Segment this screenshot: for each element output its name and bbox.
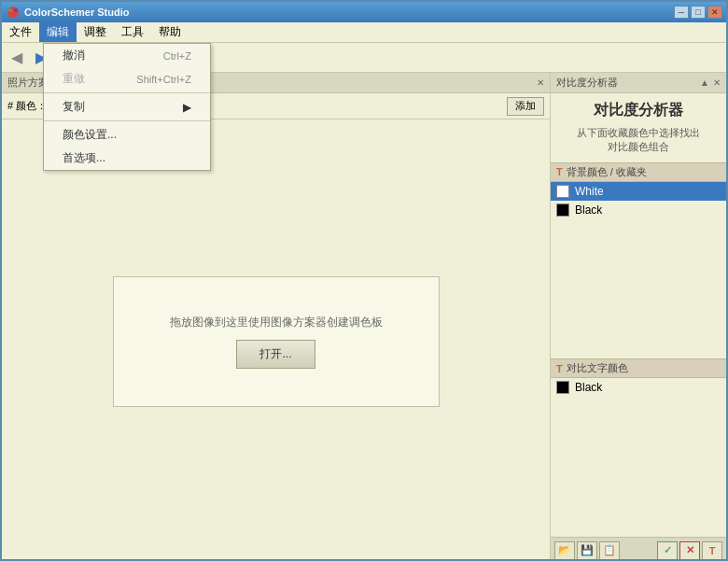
redo-label: 重做 <box>63 71 85 87</box>
color-settings-label: 颜色设置... <box>63 127 117 143</box>
window-controls: ─ □ ✕ <box>674 6 722 19</box>
right-panel-spacer <box>551 219 726 359</box>
analyzer-title: 对比度分析器 <box>551 93 726 124</box>
menu-copy[interactable]: 复制 ▶ <box>44 95 210 119</box>
confirm-button[interactable]: ✓ <box>657 541 678 560</box>
reject-button[interactable]: ✕ <box>679 541 700 560</box>
right-panel-expand-icon[interactable]: ▲ <box>700 77 709 88</box>
preferences-label: 首选项... <box>63 150 105 166</box>
drop-hint-box: 拖放图像到这里使用图像方案器创建调色板 打开... <box>113 276 440 407</box>
right-panel-header-title: 对比度分析器 <box>556 76 618 90</box>
title-bar: ColorSchemer Studio ─ □ ✕ <box>2 2 726 22</box>
undo-shortcut: Ctrl+Z <box>163 50 191 62</box>
svg-point-2 <box>14 8 18 12</box>
undo-label: 撤消 <box>63 48 85 63</box>
menu-bar: 文件 编辑 调整 工具 帮助 撤消 Ctrl+Z 重做 Shift+Ctrl+Z… <box>2 22 726 43</box>
right-panel-close-icon[interactable]: ✕ <box>713 77 721 88</box>
copy-icon: 📋 <box>603 544 616 556</box>
right-panel-header: 对比度分析器 ▲ ✕ <box>551 73 726 93</box>
drop-hint-text: 拖放图像到这里使用图像方案器创建调色板 <box>170 315 383 330</box>
save-button[interactable]: 💾 <box>577 541 597 560</box>
right-bottom-toolbar: 📂 💾 📋 ✓ ✕ T <box>551 537 726 561</box>
menu-edit[interactable]: 编辑 <box>39 22 77 42</box>
menu-color-settings[interactable]: 颜色设置... <box>44 123 210 147</box>
menu-tools[interactable]: 工具 <box>114 22 151 42</box>
text-section-t-icon: T <box>556 363 563 374</box>
separator-2 <box>44 120 210 121</box>
menu-help[interactable]: 帮助 <box>151 22 189 42</box>
maximize-button[interactable]: □ <box>691 6 706 19</box>
color-row-text-black[interactable]: Black <box>551 378 726 397</box>
separator-1 <box>44 92 210 93</box>
folder-button[interactable]: 📂 <box>554 541 575 560</box>
svg-point-0 <box>7 7 19 18</box>
white-color-label: White <box>575 185 604 198</box>
text-black-swatch <box>556 381 569 394</box>
text-format-button[interactable]: T <box>702 541 722 560</box>
color-row-white[interactable]: White <box>551 182 726 201</box>
bg-colors-section-header: T 背景颜色 / 收藏夹 <box>551 162 726 182</box>
menu-redo[interactable]: 重做 Shift+Ctrl+Z <box>44 67 210 91</box>
menu-adjust[interactable]: 调整 <box>77 22 114 42</box>
text-colors-section-header: T 对比文字颜色 <box>551 358 726 378</box>
minimize-button[interactable]: ─ <box>674 6 689 19</box>
add-color-button[interactable]: 添加 <box>507 97 544 116</box>
color-count-label: # 颜色： <box>7 99 47 113</box>
right-panel-spacer2 <box>551 397 726 537</box>
color-row-black[interactable]: Black <box>551 201 726 219</box>
redo-shortcut: Shift+Ctrl+Z <box>136 74 191 85</box>
back-arrow-icon: ◀ <box>11 49 22 66</box>
folder-icon: 📂 <box>558 544 571 556</box>
white-color-swatch <box>556 185 569 198</box>
app-title: ColorSchemer Studio <box>24 7 674 18</box>
black-color-swatch <box>556 203 569 217</box>
save-icon: 💾 <box>581 544 594 556</box>
edit-dropdown-menu: 撤消 Ctrl+Z 重做 Shift+Ctrl+Z 复制 ▶ 颜色设置... 首… <box>43 43 211 171</box>
svg-point-1 <box>8 8 12 12</box>
bg-section-label: 背景颜色 / 收藏夹 <box>567 165 647 179</box>
text-section-label: 对比文字颜色 <box>567 361 628 375</box>
back-button[interactable]: ◀ <box>6 47 28 69</box>
menu-undo[interactable]: 撤消 Ctrl+Z <box>44 44 210 67</box>
drop-area: 拖放图像到这里使用图像方案器创建调色板 打开... <box>2 119 550 561</box>
copy-arrow: ▶ <box>183 101 191 114</box>
menu-file[interactable]: 文件 <box>2 22 39 42</box>
analyzer-description: 从下面收藏颜色中选择找出对比颜色组合 <box>551 124 726 162</box>
right-panel: 对比度分析器 ▲ ✕ 对比度分析器 从下面收藏颜色中选择找出对比颜色组合 T 背… <box>551 73 726 561</box>
app-icon <box>6 5 21 20</box>
menu-preferences[interactable]: 首选项... <box>44 147 210 170</box>
black-color-label: Black <box>575 203 602 217</box>
bg-section-t-icon: T <box>556 166 563 177</box>
left-panel-close-icon[interactable]: ✕ <box>537 77 544 88</box>
open-file-button[interactable]: 打开... <box>236 340 315 369</box>
text-black-label: Black <box>575 381 602 394</box>
close-button[interactable]: ✕ <box>707 6 722 19</box>
copy-label: 复制 <box>63 99 85 115</box>
copy-button[interactable]: 📋 <box>599 541 620 560</box>
